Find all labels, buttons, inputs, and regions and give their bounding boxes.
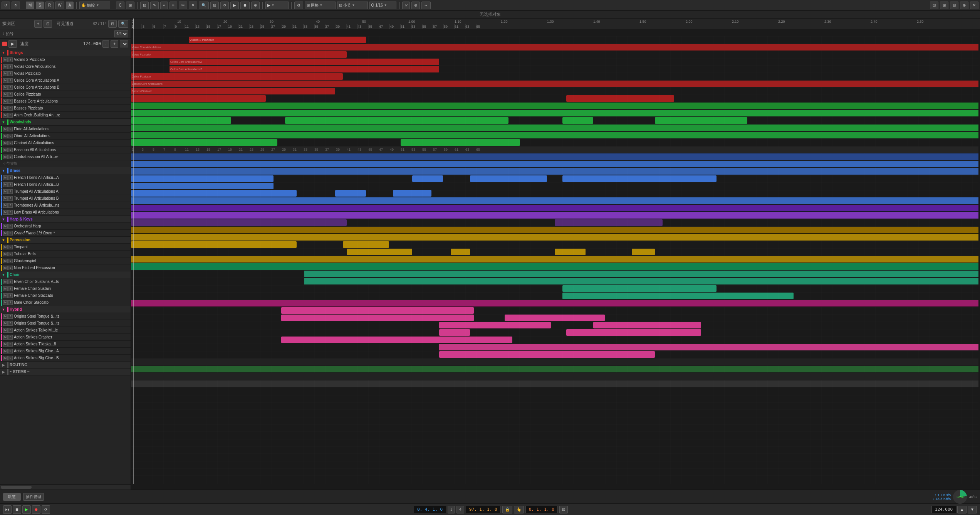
search-btn[interactable]: 🔍	[118, 20, 128, 28]
mute-btn[interactable]: M	[3, 203, 8, 208]
mute-btn[interactable]: M	[3, 210, 8, 215]
solo-btn[interactable]: S	[8, 300, 13, 305]
mute-btn[interactable]: M	[3, 78, 8, 83]
solo-btn[interactable]: S	[8, 245, 13, 249]
folder-btn[interactable]: ⊡	[44, 20, 52, 28]
tb-redo[interactable]: ↻	[12, 2, 20, 9]
stop-btn[interactable]: ⏹	[13, 505, 21, 514]
mute-btn[interactable]: M	[3, 141, 8, 145]
folder-expand-icon[interactable]: ▼	[1, 50, 6, 56]
snap-btn2[interactable]: ⊞	[126, 2, 134, 9]
mode-r[interactable]: R	[45, 2, 54, 9]
solo-btn[interactable]: S	[8, 279, 13, 284]
mute-btn[interactable]: M	[3, 293, 8, 298]
record-btn[interactable]: ⏺	[32, 505, 40, 514]
solo-btn[interactable]: S	[8, 175, 13, 180]
mute-btn[interactable]: M	[3, 189, 8, 194]
solo-btn[interactable]: S	[8, 231, 13, 236]
tb-extra2[interactable]: ⊕	[411, 2, 420, 9]
hybrid-expand[interactable]: ▼	[1, 307, 6, 312]
solo-btn[interactable]: S	[8, 141, 13, 145]
solo-btn[interactable]: S	[8, 342, 13, 347]
tempo-color[interactable]	[2, 42, 7, 46]
tb-right3[interactable]: ⊟	[950, 2, 958, 9]
metronome-btn[interactable]: ♩	[448, 506, 455, 513]
mute-btn[interactable]: M	[3, 85, 8, 90]
view-options[interactable]: ⊟	[108, 20, 117, 28]
solo-btn[interactable]: S	[8, 106, 13, 111]
view-btn2[interactable]: ✎	[150, 2, 159, 9]
quant-dropdown[interactable]: Q 1/16	[369, 2, 396, 9]
grid-dropdown[interactable]: ⊞ 网格	[305, 2, 336, 9]
mute-btn[interactable]: M	[3, 314, 8, 319]
scrollbar-thumb[interactable]	[1, 486, 32, 489]
tempo-play[interactable]: ▶	[8, 40, 17, 48]
solo-btn[interactable]: S	[8, 57, 13, 62]
bpm-dn[interactable]: ▼	[968, 506, 977, 513]
tempo-lock-btn[interactable]: 🔒	[502, 506, 512, 513]
mute-btn[interactable]: M	[3, 92, 8, 97]
solo-btn[interactable]: S	[8, 127, 13, 131]
solo-btn[interactable]: S	[8, 71, 13, 76]
mute-btn[interactable]: M	[3, 71, 8, 76]
mute-btn[interactable]: M	[3, 57, 8, 62]
solo-btn[interactable]: S	[8, 113, 13, 118]
mute-btn[interactable]: M	[3, 259, 8, 263]
beat-select[interactable]: 4/4	[114, 30, 128, 37]
mute-btn[interactable]: M	[3, 286, 8, 291]
mute-btn[interactable]: M	[3, 335, 8, 340]
tb-right2[interactable]: ⊞	[940, 2, 948, 9]
solo-btn[interactable]: S	[8, 321, 13, 326]
routing-expand[interactable]: ▶	[1, 362, 6, 368]
loop-btn[interactable]: ↻	[220, 2, 229, 9]
solo-btn[interactable]: S	[8, 85, 13, 90]
solo-btn[interactable]: S	[8, 182, 13, 187]
solo-btn[interactable]: S	[8, 148, 13, 152]
mute-btn[interactable]: M	[3, 342, 8, 347]
mute-btn[interactable]: M	[3, 148, 8, 152]
mute-btn[interactable]: M	[3, 356, 8, 360]
mute-btn[interactable]: M	[3, 127, 8, 131]
solo-btn[interactable]: S	[8, 64, 13, 69]
tracks-tab[interactable]: 轨道	[3, 493, 21, 501]
solo-btn[interactable]: S	[8, 286, 13, 291]
tempo-select[interactable]	[120, 40, 128, 47]
add-track-btn[interactable]: +	[34, 20, 42, 28]
solo-btn[interactable]: S	[8, 356, 13, 360]
mute-btn[interactable]: M	[3, 328, 8, 333]
tracks-canvas[interactable]: Violins 2 Pizzicato Violas Core Articula…	[131, 29, 980, 490]
mute-btn[interactable]: M	[3, 196, 8, 201]
count-in-btn[interactable]: 4	[456, 506, 464, 513]
tool-dropdown[interactable]: ✋ 触控	[79, 2, 110, 9]
tempo-plus[interactable]: +	[111, 40, 118, 48]
view-btn6[interactable]: ✕	[189, 2, 197, 9]
stems-expand[interactable]: ▶	[1, 369, 6, 375]
mute-btn[interactable]: M	[3, 349, 8, 353]
view-btn3[interactable]: ⌖	[160, 2, 168, 9]
tb-right5[interactable]: ✕	[970, 2, 978, 9]
mute-btn[interactable]: M	[3, 64, 8, 69]
ww-expand[interactable]: ▼	[1, 119, 6, 125]
solo-btn[interactable]: S	[8, 252, 13, 256]
solo-btn[interactable]: S	[8, 259, 13, 263]
record-btn[interactable]: ⏺	[240, 2, 250, 9]
mode-s[interactable]: S	[36, 2, 44, 9]
solo-btn[interactable]: S	[8, 99, 13, 104]
tb-extra1[interactable]: ⅟	[402, 2, 410, 9]
solo-btn[interactable]: S	[8, 134, 13, 138]
harp-expand[interactable]: ▼	[1, 217, 6, 222]
mute-btn[interactable]: M	[3, 300, 8, 305]
tb-undo[interactable]: ↺	[2, 2, 10, 9]
solo-btn[interactable]: S	[8, 314, 13, 319]
bpm-up[interactable]: ▲	[957, 506, 967, 513]
solo-btn[interactable]: S	[8, 203, 13, 208]
mute-btn[interactable]: M	[3, 231, 8, 236]
solo-btn[interactable]: S	[8, 335, 13, 340]
view-btn5[interactable]: ✂	[179, 2, 187, 9]
mute-btn[interactable]: M	[3, 134, 8, 138]
mute-btn[interactable]: M	[3, 245, 8, 249]
h-scrollbar[interactable]	[0, 484, 131, 490]
solo-btn[interactable]: S	[8, 328, 13, 333]
solo-btn[interactable]: S	[8, 349, 13, 353]
mute-btn[interactable]: M	[3, 224, 8, 229]
